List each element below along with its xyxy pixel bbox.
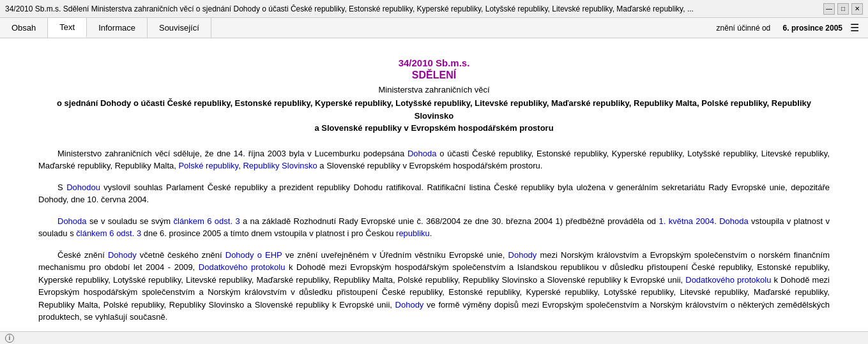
menu-icon[interactable]: ☰: [848, 22, 862, 34]
title-bar: 34/2010 Sb.m.s. Sdělení Ministerstva zah…: [0, 0, 868, 18]
document-subject: o sjednání Dohody o účasti České republi…: [38, 97, 830, 135]
tab-informace[interactable]: Informace: [87, 18, 148, 38]
main-area: 34/2010 Sb.m.s. SDĚLENÍ Ministerstva zah…: [0, 38, 868, 344]
window-controls: — □ ✕: [823, 3, 863, 15]
link-republiku[interactable]: republiku: [396, 228, 430, 238]
link-dohody-5[interactable]: Dohody: [108, 250, 137, 260]
link-clanek6-2[interactable]: článkem 6 odst. 3: [76, 228, 141, 238]
link-clanek6-1[interactable]: článkem 6 odst. 3: [174, 216, 240, 226]
link-1kvetna[interactable]: 1. května 2004: [659, 216, 714, 226]
maximize-button[interactable]: □: [837, 3, 849, 15]
tab-text[interactable]: Text: [48, 18, 87, 38]
link-slovinsko[interactable]: Republiky Slovinsko: [243, 161, 317, 170]
tab-obsah[interactable]: Obsah: [0, 18, 48, 38]
document-ministry: Ministerstva zahraničních věcí: [38, 85, 830, 94]
tab-bar: Obsah Text Informace Související znění ú…: [0, 18, 868, 38]
paragraph-1: Ministerstvo zahraničních věcí sděluje, …: [38, 147, 830, 172]
link-dohody-ehp[interactable]: Dohody o EHP: [225, 250, 282, 260]
paragraph-3: Dohoda se v souladu se svým článkem 6 od…: [38, 215, 830, 240]
tab-souvisejici[interactable]: Související: [148, 18, 211, 38]
status-date: 6. prosince 2005: [783, 24, 842, 33]
paragraph-2: S Dohodou vyslovil souhlas Parlament Čes…: [38, 181, 830, 206]
tab-bar-right: znění účinné od 6. prosince 2005 ☰: [717, 22, 868, 34]
document-content: 34/2010 Sb.m.s. SDĚLENÍ Ministerstva zah…: [0, 38, 868, 344]
link-dohoda-1[interactable]: Dohoda: [407, 149, 437, 158]
link-polske[interactable]: Polské republiky: [178, 161, 238, 170]
document-title: 34/2010 Sb.m.s.: [38, 57, 830, 68]
info-icon[interactable]: i: [5, 334, 14, 343]
link-dohody-vymena[interactable]: Dohody: [395, 300, 424, 310]
link-dohoda-3[interactable]: Dohoda: [57, 216, 87, 226]
link-dodatkoveho-2[interactable]: Dodatkového protokolu: [685, 275, 771, 285]
link-dohoda-4[interactable]: Dohoda: [719, 216, 749, 226]
status-label: znění účinné od: [717, 24, 771, 33]
link-dohody-norsko[interactable]: Dohody: [508, 250, 537, 260]
document-subtitle: SDĚLENÍ: [38, 70, 830, 81]
link-dohodou-2[interactable]: Dohodou: [66, 183, 100, 192]
link-dodatkoveho-1[interactable]: Dodatkového protokolu: [199, 262, 286, 272]
close-button[interactable]: ✕: [851, 3, 863, 15]
window-title: 34/2010 Sb.m.s. Sdělení Ministerstva zah…: [5, 4, 823, 13]
bottom-bar: i: [0, 331, 868, 344]
minimize-button[interactable]: —: [823, 3, 835, 15]
paragraph-4: České znění Dohody včetně českého znění …: [38, 249, 830, 324]
